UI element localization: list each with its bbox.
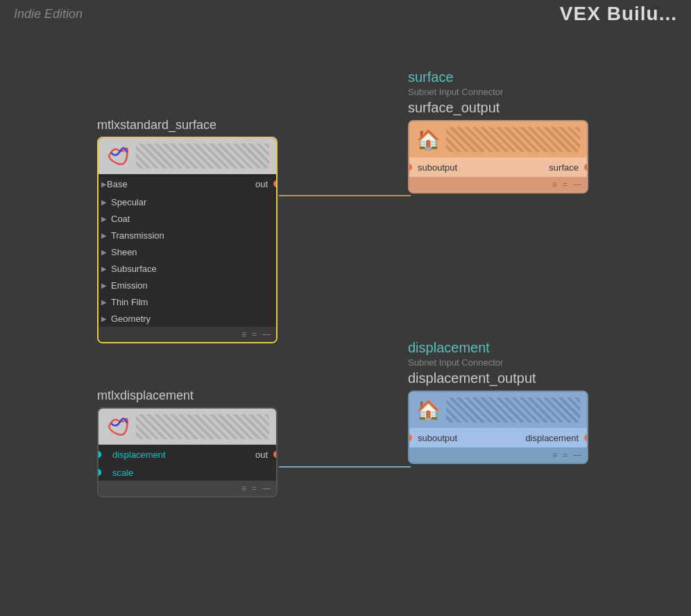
subnet-footer-icon-s1: ≡ bbox=[552, 180, 557, 189]
subnet-footer-displacement: ≡ = — bbox=[409, 447, 587, 463]
port-dot-displacement[interactable] bbox=[97, 451, 101, 458]
port-label-sheen: Sheen bbox=[111, 247, 137, 257]
subnet-footer-icon-d2: = bbox=[563, 450, 568, 460]
node-footer-surface: ≡ = — bbox=[99, 327, 276, 342]
subnet-footer-icon-d1: ≡ bbox=[552, 450, 557, 460]
footer-icon-3: — bbox=[262, 330, 271, 339]
port-label-specular: Specular bbox=[111, 197, 146, 207]
port-row-emission: ▶ Emission bbox=[99, 277, 276, 293]
chevron-geometry: ▶ bbox=[101, 315, 107, 323]
node-body-displacement: displacement out scale ≡ = — bbox=[97, 407, 278, 497]
header-right-title: VEX Builu... bbox=[560, 3, 677, 25]
header: Indie Edition VEX Builu... bbox=[0, 0, 691, 28]
subnet-port-row-surface: suboutput surface bbox=[409, 157, 587, 177]
subnet-port-left-label-disp: suboutput bbox=[418, 433, 457, 443]
port-row-coat: ▶ Coat bbox=[99, 210, 276, 227]
port-label-subsurface: Subsurface bbox=[111, 264, 157, 274]
subnet-name-surface: surface_output bbox=[408, 100, 588, 116]
chevron-specular: ▶ bbox=[101, 198, 107, 206]
subnet-node-displacement: displacement Subnet Input Connector disp… bbox=[408, 340, 588, 464]
subnet-port-right-dot-disp[interactable] bbox=[584, 434, 588, 441]
header-left-title: Indie Edition bbox=[14, 7, 83, 22]
displacement-icon-row bbox=[99, 409, 276, 445]
port-row-subsurface: ▶ Subsurface bbox=[99, 260, 276, 277]
port-left-chevron: ▶ bbox=[101, 180, 107, 188]
port-out-label: out bbox=[255, 179, 268, 189]
subnet-icon-row-displacement: 🏠 bbox=[409, 392, 587, 428]
port-out-dot[interactable] bbox=[273, 180, 278, 187]
footer-icon-2: = bbox=[252, 330, 257, 339]
node-body-mtlx-surface: Base out ▶ ▶ Specular ▶ Coat ▶ Transmiss… bbox=[97, 137, 278, 343]
node-icon-row bbox=[99, 138, 276, 174]
port-label-transmission: Transmission bbox=[111, 230, 164, 241]
node-title-mtlx-surface: mtlxstandard_surface bbox=[97, 118, 278, 132]
port-row-thin-film: ▶ Thin Film bbox=[99, 293, 276, 310]
chevron-transmission: ▶ bbox=[101, 232, 107, 239]
subnet-icon-displacement: 🏠 bbox=[416, 399, 441, 422]
node-title-displacement: mtlxdisplacement bbox=[97, 388, 278, 403]
subnet-port-left-dot-disp[interactable] bbox=[408, 434, 412, 441]
subnet-name-displacement: displacement_output bbox=[408, 370, 588, 386]
chevron-sheen: ▶ bbox=[101, 248, 107, 256]
port-out-displacement: out bbox=[255, 450, 268, 460]
footer-icon-1: ≡ bbox=[241, 330, 246, 339]
chevron-subsurface: ▶ bbox=[101, 265, 107, 273]
port-row-geometry: ▶ Geometry bbox=[99, 310, 276, 327]
node-footer-displacement: ≡ = — bbox=[99, 481, 276, 496]
subnet-port-right-label-surface: surface bbox=[549, 162, 579, 173]
port-row-specular: ▶ Specular bbox=[99, 194, 276, 210]
subnet-label-surface: surface bbox=[408, 69, 588, 85]
subnet-port-left-dot-surface[interactable] bbox=[408, 164, 412, 171]
subnet-footer-icon-s2: = bbox=[563, 180, 568, 189]
port-left-label: Base bbox=[107, 179, 128, 189]
subnet-port-row-displacement: suboutput displacement bbox=[409, 428, 587, 447]
footer-icon-disp-3: — bbox=[262, 484, 271, 493]
port-label-scale: scale bbox=[112, 468, 133, 478]
subnet-footer-icon-d3: — bbox=[573, 450, 581, 460]
footer-icon-disp-2: = bbox=[252, 484, 257, 493]
chevron-coat: ▶ bbox=[101, 215, 107, 223]
footer-icon-disp-1: ≡ bbox=[241, 484, 246, 493]
subnet-icon-row-surface: 🏠 bbox=[409, 121, 587, 157]
subnet-node-surface: surface Subnet Input Connector surface_o… bbox=[408, 69, 588, 194]
port-row-sheen: ▶ Sheen bbox=[99, 243, 276, 260]
subnet-port-right-label-disp: displacement bbox=[525, 433, 579, 443]
port-label-coat: Coat bbox=[111, 214, 130, 224]
subnet-port-left-label-surface: suboutput bbox=[418, 162, 457, 173]
subnet-icon-surface: 🏠 bbox=[416, 128, 441, 151]
port-label-thin-film: Thin Film bbox=[111, 297, 148, 307]
port-dot-scale[interactable] bbox=[97, 469, 101, 476]
port-left-displacement: displacement bbox=[112, 450, 166, 460]
port-row-transmission: ▶ Transmission bbox=[99, 227, 276, 243]
node-mtlx-standard-surface: mtlxstandard_surface Base out ▶ ▶ Specul… bbox=[97, 118, 278, 343]
chevron-thin-film: ▶ bbox=[101, 298, 107, 306]
port-row-displacement-out: displacement out bbox=[99, 445, 276, 464]
port-row-out: Base out ▶ bbox=[99, 174, 276, 194]
subnet-port-right-dot-surface[interactable] bbox=[584, 164, 588, 171]
subnet-footer-surface: ≡ = — bbox=[409, 177, 587, 192]
node-icon-displacement bbox=[105, 414, 130, 439]
node-mtlx-displacement: mtlxdisplacement displacement out scale bbox=[97, 388, 278, 497]
port-row-scale: scale bbox=[99, 464, 276, 481]
subnet-body-surface: 🏠 suboutput surface ≡ = — bbox=[408, 120, 588, 194]
chevron-emission: ▶ bbox=[101, 282, 107, 289]
port-label-emission: Emission bbox=[111, 280, 148, 291]
port-out-dot-displacement[interactable] bbox=[273, 451, 278, 458]
subnet-sub-surface: Subnet Input Connector bbox=[408, 87, 588, 97]
subnet-sub-displacement: Subnet Input Connector bbox=[408, 357, 588, 368]
subnet-body-displacement: 🏠 suboutput displacement ≡ = — bbox=[408, 391, 588, 464]
node-icon-surface bbox=[105, 144, 130, 169]
subnet-label-displacement: displacement bbox=[408, 340, 588, 356]
subnet-footer-icon-s3: — bbox=[573, 180, 581, 189]
port-label-geometry: Geometry bbox=[111, 314, 151, 324]
